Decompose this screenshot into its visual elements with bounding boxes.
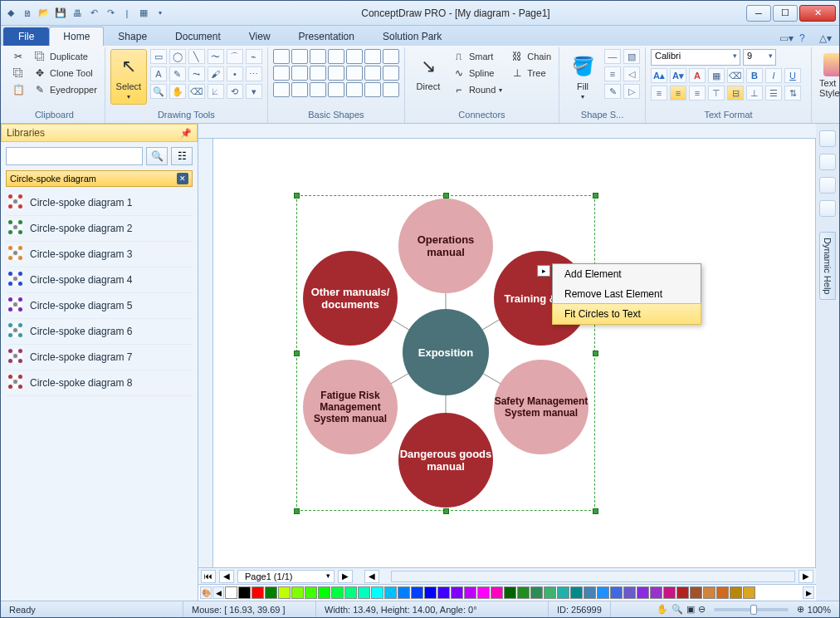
- rs-hypernote-icon[interactable]: [819, 177, 836, 194]
- dropdown-tool[interactable]: ▾: [246, 84, 262, 99]
- close-library-icon[interactable]: ✕: [177, 173, 188, 184]
- line-color-button[interactable]: ✎: [604, 84, 621, 99]
- open-icon[interactable]: 📂: [37, 7, 51, 20]
- highlight-button[interactable]: ▦: [708, 68, 725, 83]
- line-style-button[interactable]: —: [604, 49, 621, 64]
- tab-document[interactable]: Document: [161, 27, 235, 46]
- zoom-out-button[interactable]: ⊖: [698, 604, 706, 615]
- copy-button[interactable]: ⿻: [9, 66, 27, 81]
- text-tool[interactable]: A: [150, 66, 167, 81]
- redo-icon[interactable]: ↷: [104, 7, 117, 20]
- color-swatch[interactable]: [544, 586, 556, 599]
- increase-font-button[interactable]: A▴: [651, 68, 667, 83]
- align-middle-button[interactable]: ⊟: [727, 86, 744, 101]
- line-spacing-button[interactable]: ⇅: [784, 86, 801, 101]
- connector-tool[interactable]: ⤳: [188, 66, 205, 81]
- polyline-tool[interactable]: ⌁: [246, 49, 262, 64]
- start-arrow-button[interactable]: ◁: [623, 66, 640, 81]
- menu-fit-circles[interactable]: Fit Circles to Text: [552, 303, 701, 325]
- scroll-right-button[interactable]: ▶: [798, 570, 813, 583]
- tab-solution-park[interactable]: Solution Park: [369, 27, 456, 46]
- color-swatch[interactable]: [424, 586, 437, 599]
- bullets-button[interactable]: ☰: [765, 86, 782, 101]
- color-swatch[interactable]: [730, 586, 742, 599]
- fit-icon[interactable]: ▣: [686, 604, 695, 615]
- horizontal-scrollbar[interactable]: [391, 571, 795, 582]
- arc-tool[interactable]: ⌒: [227, 49, 243, 64]
- center-circle[interactable]: Exposition: [403, 309, 489, 395]
- color-swatch[interactable]: [530, 586, 543, 599]
- pin-icon[interactable]: 📌: [180, 128, 192, 139]
- line-weight-button[interactable]: ≡: [604, 66, 621, 81]
- color-swatch[interactable]: [650, 586, 662, 599]
- prev-page-button[interactable]: ◀: [219, 570, 234, 583]
- basic-shapes-gallery[interactable]: [273, 49, 399, 97]
- zoom-slider[interactable]: [714, 608, 789, 611]
- library-item[interactable]: Circle-spoke diagram 2: [6, 216, 193, 242]
- tab-presentation[interactable]: Presentation: [285, 27, 369, 46]
- app-icon[interactable]: ◆: [4, 7, 17, 20]
- color-swatch[interactable]: [225, 586, 237, 599]
- color-swatch[interactable]: [557, 586, 569, 599]
- color-swatch[interactable]: [398, 586, 410, 599]
- search-button[interactable]: 🔍: [146, 147, 168, 165]
- collapse-ribbon-icon[interactable]: △▾: [819, 32, 833, 46]
- close-button[interactable]: ✕: [799, 5, 836, 22]
- ellipse-tool[interactable]: ◯: [169, 49, 186, 64]
- scroll-left-button[interactable]: ◀: [364, 570, 379, 583]
- library-item[interactable]: Circle-spoke diagram 8: [6, 370, 193, 396]
- color-swatch[interactable]: [663, 586, 676, 599]
- rs-pages-icon[interactable]: [819, 130, 836, 147]
- color-swatch[interactable]: [411, 586, 423, 599]
- direct-connector-button[interactable]: ↘ Direct: [410, 49, 447, 96]
- select-tool-button[interactable]: ↖ Select ▾: [110, 49, 147, 105]
- zoom-tool[interactable]: 🔍: [150, 84, 167, 99]
- color-swatch[interactable]: [690, 586, 702, 599]
- spoke-operations[interactable]: Operations manual: [398, 199, 493, 293]
- drawing-canvas[interactable]: Exposition Operations manual Training & …: [213, 139, 816, 567]
- palette-prev-button[interactable]: ◀: [212, 586, 224, 599]
- crop-tool[interactable]: ⟀: [208, 84, 224, 99]
- spoke-dangerous[interactable]: Dangerous goods manual: [398, 413, 493, 508]
- rotate-tool[interactable]: ⟲: [227, 84, 243, 99]
- spoke-other[interactable]: Other manuals/ documents: [303, 251, 398, 346]
- color-swatch[interactable]: [291, 586, 304, 599]
- hand-tool[interactable]: ✋: [169, 84, 186, 99]
- smart-connector-button[interactable]: ⎍Smart: [450, 49, 505, 64]
- color-swatch[interactable]: [358, 586, 370, 599]
- color-swatch[interactable]: [437, 586, 450, 599]
- eyedropper-button[interactable]: ✎Eyedropper: [31, 82, 100, 97]
- print-icon[interactable]: 🖶: [71, 7, 84, 20]
- align-center-button[interactable]: ≡: [670, 86, 686, 101]
- tab-file[interactable]: File: [3, 27, 49, 46]
- next-page-button[interactable]: ▶: [338, 570, 353, 583]
- shadow-button[interactable]: ▧: [623, 49, 640, 64]
- spoke-fatigue[interactable]: Fatigue Risk Management System manual: [303, 360, 398, 454]
- zoom-in-button[interactable]: ⊕: [797, 604, 804, 615]
- color-swatch[interactable]: [384, 586, 397, 599]
- color-swatch[interactable]: [252, 586, 264, 599]
- library-icon[interactable]: ▦: [137, 7, 150, 20]
- curve-tool[interactable]: 〜: [208, 49, 224, 64]
- color-swatch[interactable]: [610, 586, 623, 599]
- library-item[interactable]: Circle-spoke diagram 3: [6, 242, 193, 267]
- clear-format-button[interactable]: ⌫: [727, 68, 744, 83]
- minimize-button[interactable]: ─: [746, 5, 771, 22]
- duplicate-button[interactable]: ⿻Duplicate: [31, 49, 100, 64]
- menu-add-element[interactable]: Add Element: [553, 264, 701, 284]
- chain-button[interactable]: ⛓Chain: [508, 49, 554, 64]
- pan-icon[interactable]: ✋: [657, 604, 668, 615]
- color-swatch[interactable]: [451, 586, 463, 599]
- color-swatch[interactable]: [344, 586, 357, 599]
- library-options-button[interactable]: ☷: [171, 147, 193, 165]
- line-tool[interactable]: ╲: [188, 49, 205, 64]
- align-top-button[interactable]: ⊤: [708, 86, 725, 101]
- end-arrow-button[interactable]: ▷: [623, 84, 640, 99]
- brush-tool[interactable]: 🖌: [208, 66, 224, 81]
- palette-picker-button[interactable]: 🎨: [200, 586, 212, 599]
- library-item[interactable]: Circle-spoke diagram 6: [6, 319, 193, 345]
- smart-tag-button[interactable]: ▸: [537, 265, 550, 277]
- color-swatch[interactable]: [623, 586, 636, 599]
- bold-button[interactable]: B: [746, 68, 763, 83]
- color-swatch[interactable]: [703, 586, 715, 599]
